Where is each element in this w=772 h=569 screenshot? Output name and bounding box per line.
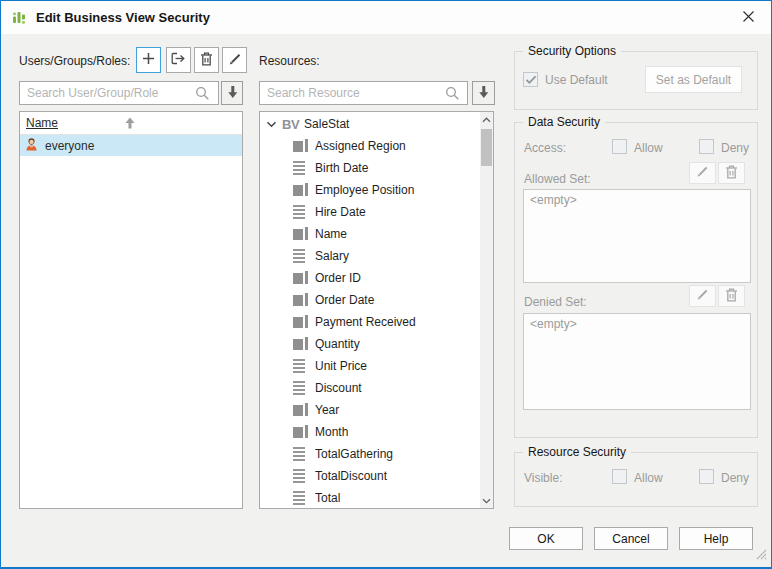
trash-icon (200, 52, 213, 69)
tree-root-salestat[interactable]: BV SaleStat (260, 113, 479, 135)
denied-set-label: Denied Set: (524, 295, 587, 309)
visible-label: Visible: (524, 471, 562, 485)
access-deny-label: Deny (721, 141, 749, 155)
tree-item-total[interactable]: Total (260, 487, 479, 509)
resize-grip[interactable] (755, 548, 767, 563)
scroll-up-icon[interactable] (480, 112, 493, 127)
dimension-icon (293, 183, 308, 197)
tree-item-birth-date[interactable]: Birth Date (260, 157, 479, 179)
close-icon (741, 9, 756, 27)
tree-item-label: TotalGathering (315, 447, 393, 461)
cancel-button[interactable]: Cancel (594, 527, 668, 550)
delete-denied-set-button[interactable] (718, 285, 745, 307)
dimension-icon (293, 315, 308, 329)
allowed-set-box[interactable]: <empty> (523, 189, 751, 283)
pencil-icon (696, 288, 709, 304)
scroll-down-icon[interactable] (480, 493, 493, 508)
arrow-down-icon (226, 85, 239, 102)
dimension-icon (293, 293, 308, 307)
chevron-down-icon[interactable] (266, 117, 277, 131)
search-resource-input[interactable] (259, 81, 468, 105)
visible-deny-checkbox[interactable] (699, 469, 714, 484)
tree-item-name[interactable]: Name (260, 223, 479, 245)
tree-item-hire-date[interactable]: Hire Date (260, 201, 479, 223)
access-allow-label: Allow (634, 141, 663, 155)
resource-security-title: Resource Security (523, 445, 631, 459)
data-security-group: Data Security Access: Allow Deny Allowed… (514, 122, 758, 438)
edit-allowed-set-button[interactable] (689, 162, 716, 184)
access-label: Access: (524, 141, 566, 155)
help-button[interactable]: Help (679, 527, 753, 550)
tree-item-month[interactable]: Month (260, 421, 479, 443)
tree-item-label: Order ID (315, 271, 361, 285)
business-view-icon: BV (282, 117, 299, 132)
user-icon (24, 137, 39, 154)
arrow-down-icon (477, 85, 490, 102)
tree-item-label: Quantity (315, 337, 360, 351)
user-search-go-button[interactable] (221, 81, 243, 105)
set-as-default-button[interactable]: Set as Default (645, 66, 742, 93)
edit-user-group-role-button[interactable] (222, 47, 247, 73)
dialog-title: Edit Business View Security (36, 10, 210, 25)
dimension-icon (293, 337, 308, 351)
tree-item-totaldiscount[interactable]: TotalDiscount (260, 465, 479, 487)
tree-item-label: Year (315, 403, 339, 417)
tree-item-totalgathering[interactable]: TotalGathering (260, 443, 479, 465)
tree-item-unit-price[interactable]: Unit Price (260, 355, 479, 377)
tree-item-payment-received[interactable]: Payment Received (260, 311, 479, 333)
resource-search-go-button[interactable] (472, 81, 495, 105)
tree-scrollbar[interactable] (480, 112, 493, 508)
tree-item-label: Order Date (315, 293, 374, 307)
edit-denied-set-button[interactable] (689, 285, 716, 307)
resource-security-group: Resource Security Visible: Allow Deny (514, 452, 758, 507)
tree-item-quantity[interactable]: Quantity (260, 333, 479, 355)
tree-item-year[interactable]: Year (260, 399, 479, 421)
check-icon (525, 75, 537, 85)
delete-allowed-set-button[interactable] (718, 162, 745, 184)
tree-item-label: Hire Date (315, 205, 366, 219)
use-default-label: Use Default (545, 73, 608, 87)
scrollbar-thumb[interactable] (481, 129, 492, 166)
tree-item-salary[interactable]: Salary (260, 245, 479, 267)
delete-user-group-role-button[interactable] (194, 47, 219, 73)
search-user-group-role-input[interactable] (19, 81, 219, 105)
tree-item-label: Assigned Region (315, 139, 406, 153)
security-options-group: Security Options Use Default Set as Defa… (514, 51, 758, 110)
title-bar: Edit Business View Security (1, 1, 771, 34)
tree-item-label: Payment Received (315, 315, 416, 329)
add-user-group-role-button[interactable] (136, 47, 161, 73)
tree-item-discount[interactable]: Discount (260, 377, 479, 399)
tree-item-label: Discount (315, 381, 362, 395)
remove-user-group-role-button[interactable] (166, 47, 191, 73)
ok-button[interactable]: OK (509, 527, 583, 550)
access-deny-checkbox[interactable] (699, 139, 714, 154)
tree-item-assigned-region[interactable]: Assigned Region (260, 135, 479, 157)
use-default-checkbox[interactable] (523, 72, 538, 87)
tree-item-list: Assigned RegionBirth DateEmployee Positi… (260, 135, 479, 509)
tree-item-label: Month (315, 425, 348, 439)
edit-business-view-security-dialog: Edit Business View Security Users/Groups… (0, 0, 772, 569)
dimension-icon (293, 403, 308, 417)
move-out-icon (171, 52, 186, 68)
tree-item-order-date[interactable]: Order Date (260, 289, 479, 311)
denied-set-box[interactable]: <empty> (523, 313, 751, 410)
data-security-title: Data Security (523, 115, 605, 129)
measure-icon (293, 381, 308, 395)
measure-icon (293, 161, 308, 175)
tree-item-order-id[interactable]: Order ID (260, 267, 479, 289)
visible-allow-checkbox[interactable] (612, 469, 627, 484)
close-button[interactable] (738, 9, 758, 27)
pencil-icon (696, 165, 709, 181)
dimension-icon (293, 425, 308, 439)
user-row-everyone[interactable]: everyone (20, 135, 242, 156)
tree-item-employee-position[interactable]: Employee Position (260, 179, 479, 201)
access-allow-checkbox[interactable] (612, 139, 627, 154)
tree-item-label: Unit Price (315, 359, 367, 373)
users-groups-roles-label: Users/Groups/Roles: (19, 54, 130, 68)
allowed-set-label: Allowed Set: (524, 172, 591, 186)
visible-deny-label: Deny (721, 471, 749, 485)
visible-allow-label: Allow (634, 471, 663, 485)
measure-icon (293, 491, 308, 505)
sort-ascending-icon[interactable] (123, 116, 137, 133)
name-column-header[interactable]: Name (20, 112, 242, 135)
